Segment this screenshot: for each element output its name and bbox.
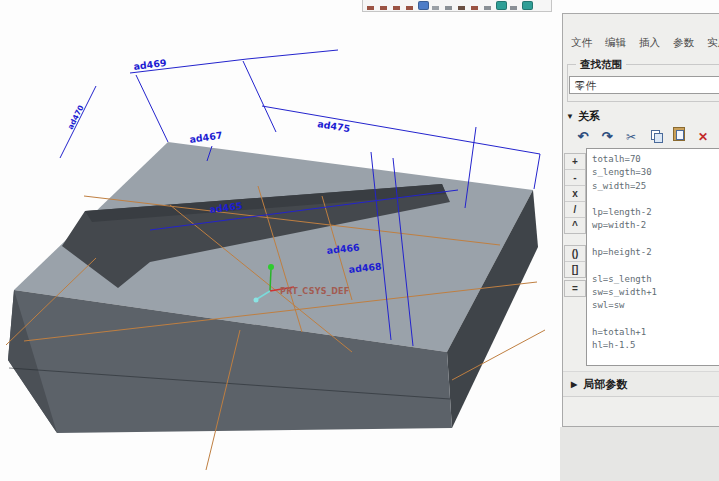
3d-viewport[interactable]: ad469 ad470 ad467 ad475 ad465 ad466 ad46… <box>0 0 562 481</box>
relations-edit-toolbar: ↶ ↷ ✂ ✕ <box>571 126 715 146</box>
menu-parameters[interactable]: 参数 <box>673 36 694 54</box>
csys-label[interactable]: PRT_CSYS_DEF <box>280 287 350 296</box>
copy-button[interactable] <box>643 127 667 145</box>
op-parens-button[interactable]: () <box>565 246 585 262</box>
tool-icon-7[interactable] <box>457 0 467 11</box>
menu-insert[interactable]: 插入 <box>639 36 660 54</box>
redo-icon: ↷ <box>602 129 613 144</box>
undo-icon: ↶ <box>578 129 589 144</box>
cut-button[interactable]: ✂ <box>619 127 643 145</box>
operator-group-brackets: () [] <box>564 245 586 278</box>
relations-dialog: 文件 编辑 插入 参数 实用工具 查找范围 零件 ▼ 关系 ↶ ↷ ✂ ✕ + … <box>562 13 719 427</box>
tool-icon-3[interactable] <box>392 0 402 11</box>
op-equals-button[interactable]: = <box>565 281 585 296</box>
app-background <box>560 427 719 481</box>
op-plus-button[interactable]: + <box>565 154 585 170</box>
delete-x-icon: ✕ <box>698 130 708 144</box>
tool-icon-5[interactable] <box>431 0 441 11</box>
look-in-combobox[interactable]: 零件 <box>569 76 719 94</box>
tool-icon-2[interactable] <box>379 0 389 11</box>
mini-toolbar <box>362 0 552 12</box>
tool-icon-8[interactable] <box>470 0 480 11</box>
dimension-label-ad467[interactable]: ad467 <box>189 129 223 144</box>
csys-axis-y-tip <box>268 264 274 270</box>
op-divide-button[interactable]: / <box>565 202 585 218</box>
op-power-button[interactable]: ^ <box>565 218 585 233</box>
look-in-label: 查找范围 <box>576 58 626 72</box>
app-window: ad469 ad470 ad467 ad475 ad465 ad466 ad46… <box>0 0 719 481</box>
op-brackets-button[interactable]: [] <box>565 262 585 277</box>
op-minus-button[interactable]: - <box>565 170 585 186</box>
local-parameters-label: 局部参数 <box>583 377 627 392</box>
undo-button[interactable]: ↶ <box>571 127 595 145</box>
tool-icon-1[interactable] <box>366 0 376 11</box>
paste-button[interactable] <box>667 127 691 145</box>
redo-button[interactable]: ↷ <box>595 127 619 145</box>
csys-axis-y <box>270 269 271 291</box>
tool-icon-teal-2[interactable] <box>522 0 532 11</box>
tool-icon-6[interactable] <box>444 0 454 11</box>
relations-editor[interactable]: totalh=70 s_length=30 s_width=25 lp=leng… <box>586 148 719 366</box>
relations-section-header[interactable]: ▼ 关系 <box>566 109 600 124</box>
csys-axis-z-tip <box>254 298 259 303</box>
expand-triangle-icon: ▶ <box>571 380 577 389</box>
collapse-triangle-icon: ▼ <box>566 112 574 121</box>
dimension-label-ad469[interactable]: ad469 <box>133 57 167 72</box>
scissors-icon: ✂ <box>626 130 636 144</box>
tool-icon-teal-1[interactable] <box>496 0 506 11</box>
delete-button[interactable]: ✕ <box>691 127 715 145</box>
paste-icon <box>673 127 685 141</box>
part-model[interactable] <box>8 142 538 433</box>
relations-section-label: 关系 <box>578 109 600 124</box>
menu-utilities[interactable]: 实用工具 <box>707 36 719 54</box>
op-multiply-button[interactable]: x <box>565 186 585 202</box>
copy-icon <box>651 130 660 141</box>
dialog-menubar: 文件 编辑 插入 参数 实用工具 <box>563 36 719 54</box>
operator-group-equals: = <box>564 280 586 297</box>
dimension-label-ad470[interactable]: ad470 <box>66 104 86 131</box>
menu-file[interactable]: 文件 <box>571 36 592 54</box>
tool-icon-4[interactable] <box>405 0 415 11</box>
tool-icon-10[interactable] <box>509 0 519 11</box>
menu-edit[interactable]: 编辑 <box>605 36 626 54</box>
operator-group-arithmetic: + - x / ^ <box>564 153 586 234</box>
local-parameters-section-header[interactable]: ▶ 局部参数 <box>563 371 719 397</box>
tool-icon-active-blue[interactable] <box>418 0 428 11</box>
tool-icon-9[interactable] <box>483 0 493 11</box>
